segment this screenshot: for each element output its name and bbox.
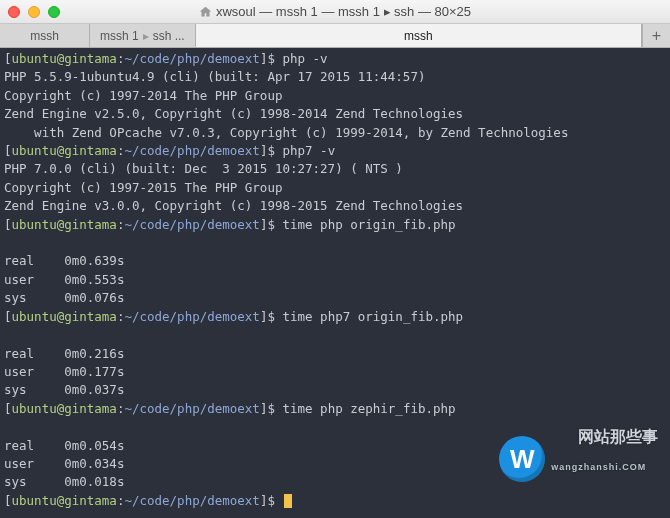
terminal-line: [ubuntu@gintama:~/code/php/demoext]$ tim… [4, 401, 456, 416]
terminal-line: [ubuntu@gintama:~/code/php/demoext]$ tim… [4, 217, 456, 232]
terminal-line: user 0m0.553s [4, 272, 124, 287]
tab-bar: mssh mssh 1 ▸ ssh ... mssh + [0, 24, 670, 48]
terminal-line: sys 0m0.076s [4, 290, 124, 305]
tab-active-mssh[interactable]: mssh [196, 24, 642, 47]
chevron-right-icon: ▸ [143, 29, 149, 43]
terminal-line: PHP 7.0.0 (cli) (built: Dec 3 2015 10:27… [4, 161, 403, 176]
tab-label-part2: ssh ... [153, 29, 185, 43]
terminal-line: PHP 5.5.9-1ubuntu4.9 (cli) (built: Apr 1… [4, 69, 425, 84]
terminal-line: [ubuntu@gintama:~/code/php/demoext]$ php… [4, 143, 335, 158]
watermark-logo-icon: W [499, 436, 545, 482]
terminal-line: sys 0m0.018s [4, 474, 124, 489]
terminal-line: real 0m0.216s [4, 346, 124, 361]
tab-mssh[interactable]: mssh [0, 24, 90, 47]
tab-label-part1: mssh 1 [100, 29, 139, 43]
terminal-line: real 0m0.054s [4, 438, 124, 453]
home-icon [199, 5, 212, 18]
terminal-line: user 0m0.177s [4, 364, 124, 379]
terminal-line: real 0m0.639s [4, 253, 124, 268]
tab-label: mssh [404, 29, 433, 43]
new-tab-button[interactable]: + [642, 24, 670, 47]
terminal-line: Copyright (c) 1997-2014 The PHP Group [4, 88, 282, 103]
watermark: W 网站那些事 wangzhanshi.COM [499, 410, 658, 508]
terminal-line: Zend Engine v2.5.0, Copyright (c) 1998-2… [4, 106, 463, 121]
terminal-output[interactable]: [ubuntu@gintama:~/code/php/demoext]$ php… [0, 48, 670, 518]
terminal-line: Zend Engine v3.0.0, Copyright (c) 1998-2… [4, 198, 463, 213]
terminal-line: user 0m0.034s [4, 456, 124, 471]
window-titlebar: xwsoul — mssh 1 — mssh 1 ▸ ssh — 80×25 [0, 0, 670, 24]
terminal-line: with Zend OPcache v7.0.3, Copyright (c) … [4, 125, 568, 140]
zoom-icon[interactable] [48, 6, 60, 18]
terminal-line: sys 0m0.037s [4, 382, 124, 397]
plus-icon: + [652, 27, 661, 45]
window-title: xwsoul — mssh 1 — mssh 1 ▸ ssh — 80×25 [0, 4, 670, 19]
watermark-text: 网站那些事 wangzhanshi.COM [551, 410, 658, 508]
terminal-line: [ubuntu@gintama:~/code/php/demoext]$ php… [4, 51, 328, 66]
terminal-line: [ubuntu@gintama:~/code/php/demoext]$ [4, 493, 292, 508]
close-icon[interactable] [8, 6, 20, 18]
minimize-icon[interactable] [28, 6, 40, 18]
terminal-line: Copyright (c) 1997-2015 The PHP Group [4, 180, 282, 195]
tab-mssh-ssh[interactable]: mssh 1 ▸ ssh ... [90, 24, 196, 47]
tab-label: mssh [30, 29, 59, 43]
terminal-line: [ubuntu@gintama:~/code/php/demoext]$ tim… [4, 309, 463, 324]
window-title-text: xwsoul — mssh 1 — mssh 1 ▸ ssh — 80×25 [216, 4, 471, 19]
window-controls [8, 6, 60, 18]
cursor-icon [284, 494, 292, 508]
